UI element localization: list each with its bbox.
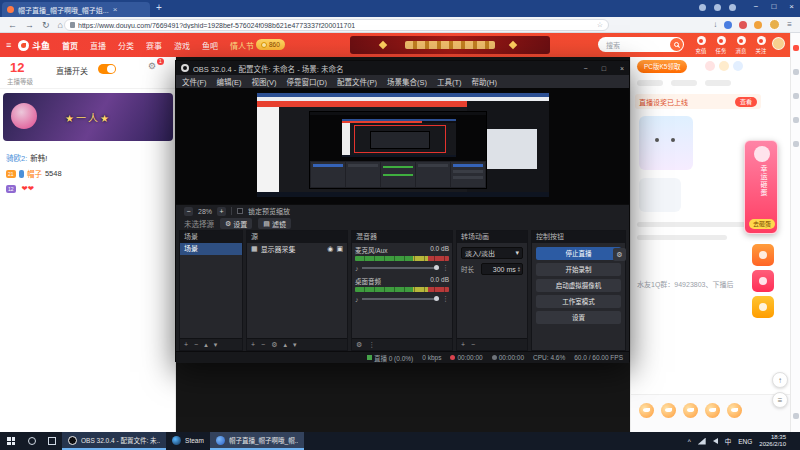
source-down-icon[interactable]: ▾ xyxy=(293,341,297,349)
activity-badge[interactable] xyxy=(752,244,774,266)
scenes-dock-title[interactable]: 场景 xyxy=(180,231,242,243)
start-button[interactable] xyxy=(0,432,22,450)
live-switch-toggle[interactable] xyxy=(98,64,116,74)
desktop-volume-slider[interactable]: ♪ ⋮ xyxy=(355,295,449,303)
bookmark-star-icon[interactable]: ☆ xyxy=(597,21,603,29)
forward-icon[interactable]: → xyxy=(25,20,34,30)
quick-icon[interactable] xyxy=(733,61,743,71)
transitions-dock-title[interactable]: 转场动画 xyxy=(457,231,527,243)
network-icon[interactable] xyxy=(698,438,706,445)
gift-icon[interactable] xyxy=(727,403,742,418)
studio-mode-button[interactable]: 工作室模式 xyxy=(536,295,621,308)
nav-games[interactable]: 游戏 xyxy=(174,40,190,51)
remove-transition-icon[interactable]: − xyxy=(471,341,475,348)
chat-user[interactable]: 帽子 xyxy=(27,168,42,179)
scene-up-icon[interactable]: ▴ xyxy=(204,341,208,349)
obs-maximize-icon[interactable]: □ xyxy=(602,65,606,72)
feedback-button[interactable]: ≡ xyxy=(772,392,788,408)
reload-icon[interactable]: ↻ xyxy=(42,20,50,30)
remove-source-icon[interactable]: − xyxy=(261,341,265,348)
gift-icon[interactable] xyxy=(683,403,698,418)
extension-icon[interactable] xyxy=(754,21,762,29)
audio-icon[interactable]: ♪ xyxy=(355,265,359,272)
tab-placeholder[interactable] xyxy=(637,80,663,86)
nav-live[interactable]: 直播 xyxy=(90,40,106,51)
visibility-eye-icon[interactable]: ◉ xyxy=(327,245,333,253)
gift-icon[interactable] xyxy=(705,403,720,418)
nav-home[interactable]: 首页 xyxy=(62,40,78,51)
virtual-camera-button[interactable]: 启动虚拟摄像机 xyxy=(536,279,621,292)
nav-valentine[interactable]: 情人节 xyxy=(230,40,254,51)
gift-icon[interactable] xyxy=(661,403,676,418)
obs-settings-button[interactable]: 设置 xyxy=(536,311,621,324)
pc-promo-button[interactable]: PC版K5领取 xyxy=(637,60,687,73)
mic-volume-slider[interactable]: ♪ ⋮ xyxy=(355,264,449,272)
extension-icon[interactable] xyxy=(739,21,747,29)
slider-knob[interactable] xyxy=(434,296,439,301)
hamburger-icon[interactable]: ≡ xyxy=(6,40,11,50)
scene-item-selected[interactable]: 场景 xyxy=(180,243,242,255)
taskbar-app-steam[interactable]: Steam xyxy=(166,432,210,450)
widget-button[interactable]: 去砸蛋 xyxy=(749,219,775,229)
tab-placeholder[interactable] xyxy=(671,80,697,86)
gift-icon[interactable] xyxy=(639,403,654,418)
transition-select[interactable]: 淡入/淡出 ▾ xyxy=(461,247,523,259)
zoom-lock-checkbox[interactable] xyxy=(237,208,243,214)
audio-icon[interactable]: ♪ xyxy=(355,296,359,303)
zoom-out-button[interactable]: − xyxy=(184,207,193,216)
minimize-icon[interactable]: − xyxy=(754,2,759,11)
keyboard-language[interactable]: ENG xyxy=(738,438,752,445)
strip-icon[interactable] xyxy=(793,93,799,99)
header-icon-recharge[interactable]: 充值 xyxy=(692,36,710,55)
task-view-button[interactable] xyxy=(42,432,62,450)
spin-down-icon[interactable]: ▾ xyxy=(518,269,520,273)
stop-streaming-button[interactable]: 停止直播 xyxy=(536,247,621,260)
menu-tools[interactable]: 工具(T) xyxy=(437,76,462,87)
remove-scene-icon[interactable]: − xyxy=(194,341,198,348)
back-to-top-button[interactable]: ↑ xyxy=(772,372,788,388)
obs-minimize-icon[interactable]: − xyxy=(584,65,588,72)
chat-user[interactable]: 骑欧2: xyxy=(6,152,27,163)
menu-docks[interactable]: 停靠窗口(D) xyxy=(287,76,327,87)
channel-menu-icon[interactable]: ⋮ xyxy=(442,295,449,303)
back-icon[interactable]: ← xyxy=(8,20,17,30)
quick-icon[interactable] xyxy=(719,61,729,71)
menu-scene-collection[interactable]: 场景集合(S) xyxy=(387,76,427,87)
nav-esports[interactable]: 赛事 xyxy=(146,40,162,51)
maximize-icon[interactable]: □ xyxy=(771,2,776,11)
source-properties-button[interactable]: ⚙ 设置 xyxy=(220,218,252,229)
lock-icon[interactable]: ▣ xyxy=(336,245,343,253)
strip-icon[interactable] xyxy=(793,141,799,147)
sidebar-gear-icon[interactable]: ⚙ xyxy=(148,61,156,71)
obs-close-icon[interactable]: × xyxy=(620,65,624,72)
mixer-gear-icon[interactable]: ⚙ xyxy=(356,341,362,349)
promo-banner[interactable] xyxy=(350,36,550,54)
scene-down-icon[interactable]: ▾ xyxy=(214,341,218,349)
add-scene-icon[interactable]: + xyxy=(184,341,188,348)
tab-placeholder[interactable] xyxy=(705,80,731,86)
user-avatar[interactable] xyxy=(772,37,785,50)
extension-icon[interactable] xyxy=(724,21,732,29)
obs-titlebar[interactable]: OBS 32.0.4 - 配置文件: 未命名 - 场景: 未命名 − □ × xyxy=(176,61,629,75)
ime-indicator[interactable]: 中 xyxy=(725,436,732,446)
menu-edit[interactable]: 编辑(E) xyxy=(217,76,242,87)
new-tab-button[interactable]: + xyxy=(156,2,162,13)
tray-expand-icon[interactable]: ^ xyxy=(688,438,691,445)
nav-yuba[interactable]: 鱼吧 xyxy=(202,40,218,51)
start-recording-button[interactable]: 开始录制 xyxy=(536,263,621,276)
quick-icon[interactable] xyxy=(705,61,715,71)
source-filters-button[interactable]: ▤ 滤镜 xyxy=(258,218,291,229)
download-icon[interactable]: ↓ xyxy=(713,20,717,29)
mixer-dock-title[interactable]: 混音器 xyxy=(352,231,452,243)
add-source-icon[interactable]: + xyxy=(251,341,255,348)
search-box[interactable]: 搜索 xyxy=(598,37,684,52)
sources-dock-title[interactable]: 源 xyxy=(247,231,347,243)
browser-tab[interactable]: 帽子直播_帽子啊哦_帽子姐... × xyxy=(2,2,150,17)
room-banner[interactable]: ★一人★ xyxy=(3,93,173,141)
activity-badge[interactable] xyxy=(752,296,774,318)
add-transition-icon[interactable]: + xyxy=(461,341,465,348)
douyu-logo[interactable]: 斗鱼 xyxy=(18,39,50,52)
lucky-egg-widget[interactable]: 幸运砸蛋 去砸蛋 xyxy=(744,140,778,234)
mixer-menu-icon[interactable]: ⋮ xyxy=(368,341,375,349)
taskbar-app-browser[interactable]: 帽子直播_帽子啊哦_帽.. xyxy=(210,432,304,450)
